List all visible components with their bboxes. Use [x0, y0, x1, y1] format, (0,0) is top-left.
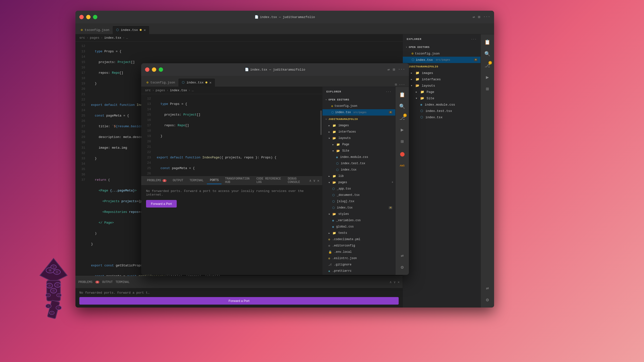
git-icon[interactable]: ⎇ 1: [482, 60, 493, 71]
panel-tab-debug[interactable]: DEBUG CONSOLE: [285, 177, 308, 184]
outline-header[interactable]: ▸ OUTLINE: [322, 275, 395, 275]
panel-tab-coderef[interactable]: CODE REFERENCE LOG: [253, 177, 284, 184]
folder-pages-2[interactable]: ▾ 📂 pages +: [322, 179, 395, 186]
search-icon-2[interactable]: 🔍: [397, 101, 408, 112]
panel-close-1[interactable]: ✕: [398, 280, 400, 284]
extensions-icon[interactable]: ⊞: [482, 83, 493, 94]
file-editorconfig[interactable]: ⚙ .editorconfig: [322, 243, 395, 249]
settings-icon-2[interactable]: ⚙: [397, 262, 408, 273]
file-index-pages[interactable]: ⬡ index.tsx M: [322, 205, 395, 211]
file-gitignore[interactable]: ⎇ .gitignore: [322, 262, 395, 268]
panel-icon-2[interactable]: ∨: [394, 280, 396, 284]
explorer-icon[interactable]: 📋: [482, 37, 493, 47]
git-icon-3[interactable]: ⎇ 1: [397, 113, 408, 123]
explorer-icon-2[interactable]: 📋: [397, 89, 408, 100]
folder-images-2[interactable]: ▸ 📁 images: [322, 122, 395, 129]
maximize-button-2[interactable]: [159, 67, 163, 72]
tab-index-1[interactable]: ⬡ index.tsx ✕: [113, 25, 149, 34]
more-tabs-icon[interactable]: ···: [399, 83, 405, 87]
search-icon[interactable]: 🔍: [482, 48, 493, 59]
open-file-index-2[interactable]: ⬡ index.tsx src/pages M: [322, 109, 395, 116]
panel-chevron-down[interactable]: ∨: [313, 179, 315, 183]
aws-icon[interactable]: AWS: [397, 160, 408, 171]
file-indextest-1[interactable]: ⬡ index.test.tsx: [403, 108, 480, 114]
project-header-1[interactable]: ▾ JUDITKARAMAZFOLIO: [403, 63, 480, 70]
split-editor-icon[interactable]: ⊟: [395, 82, 397, 87]
remote-icon[interactable]: ⇌: [482, 283, 493, 293]
open-file-index-1[interactable]: ⬡ index.tsx src/pages M: [403, 57, 480, 63]
file-prettierrc[interactable]: ◈ .prettierrc: [322, 268, 395, 274]
folder-images-1[interactable]: ▸ 📁 images: [403, 70, 480, 76]
scrollbar-track[interactable]: [319, 94, 322, 176]
open-editors-header-2[interactable]: ▾ OPEN EDITORS: [322, 97, 395, 103]
folder-page-2[interactable]: ▸ 📁 Page: [322, 141, 395, 148]
folder-interfaces-2[interactable]: ▸ 📁 interfaces: [322, 129, 395, 135]
tab-tsconfig-2[interactable]: ⚙ tsconfig.json: [143, 78, 178, 87]
close-button[interactable]: [79, 15, 84, 19]
run-icon[interactable]: ▶: [482, 72, 493, 82]
extensions-icon-2[interactable]: ⊞: [397, 136, 408, 147]
folder-site-1[interactable]: ▾ 📂 Site: [403, 95, 480, 101]
tab-index-2[interactable]: ⬡ index.tsx ✕: [178, 78, 215, 87]
folder-interfaces-1[interactable]: ▸ 📁 interfaces: [403, 76, 480, 82]
folder-site-2[interactable]: ▾ 📂 Site: [322, 148, 395, 154]
panel-tab-ports[interactable]: PORTS: [207, 177, 222, 184]
panel-icon-1[interactable]: ∧: [390, 280, 392, 284]
scrollbar-thumb[interactable]: [320, 110, 322, 135]
forward-port-button-2[interactable]: Forward a Port: [146, 200, 177, 208]
minimize-button-2[interactable]: [152, 67, 156, 72]
open-file-tsconfig-1[interactable]: ⚙ tsconfig.json: [403, 50, 480, 57]
panel-tab-transformation[interactable]: TRANSFORMATION HUB: [222, 177, 253, 184]
file-variables[interactable]: ◉ _variables.css: [322, 217, 395, 224]
file-indexmodule-1[interactable]: ◉ index.module.css: [403, 101, 480, 108]
folder-page-1[interactable]: ▸ 📁 Page: [403, 89, 480, 95]
code-editor-2[interactable]: 1213141516 1718192021 2223242526 2728293…: [141, 94, 322, 176]
file-app[interactable]: ⬡ _app.tsx: [322, 186, 395, 192]
folder-new-icon[interactable]: +: [392, 181, 393, 184]
file-codeclimate[interactable]: ⚙ .codeclimate.yml: [322, 236, 395, 243]
tab-close-1[interactable]: ✕: [144, 28, 146, 32]
settings-icon[interactable]: ⚙: [482, 294, 493, 305]
remote-icon[interactable]: ⇌: [473, 14, 475, 19]
file-slug[interactable]: ⬡ [slug].tsx: [322, 198, 395, 205]
remote-icon-3[interactable]: ⇌: [397, 250, 408, 261]
file-document[interactable]: ⬡ _document.tsx: [322, 192, 395, 198]
close-button-2[interactable]: [145, 67, 150, 72]
file-index-2[interactable]: ⬡ index.tsx: [322, 167, 395, 173]
folder-styles[interactable]: ▾ 📂 styles: [322, 211, 395, 217]
panel-tab-terminal[interactable]: TERMINAL: [187, 177, 207, 184]
sidebar-more-1[interactable]: ···: [471, 38, 476, 41]
panel-close-2[interactable]: ✕: [318, 179, 319, 183]
remote-icon-2[interactable]: ⇌: [388, 67, 390, 72]
folder-layouts-1[interactable]: ▾ 📂 layouts: [403, 82, 480, 89]
panel-tab-problems[interactable]: PROBLEMS 1: [144, 177, 170, 184]
window-title-1: 📄 index.tsx — juditkaramazfolio: [254, 15, 315, 19]
panel-tab-output[interactable]: OUTPUT: [170, 177, 186, 184]
panel-chevron-up[interactable]: ∧: [309, 179, 311, 183]
file-eslintrc[interactable]: ⚙ .eslintrc.json: [322, 255, 395, 262]
run-icon-2[interactable]: ▶: [397, 124, 408, 135]
file-index-1[interactable]: ⬡ index.tsx: [403, 114, 480, 120]
file-envlocal[interactable]: 🔒 .env.local: [322, 249, 395, 255]
sidebar-more-2[interactable]: ···: [386, 90, 391, 93]
folder-tests[interactable]: ▸ 📁 tests: [322, 230, 395, 236]
project-header-2[interactable]: ▾ JUDITKARAMAZFOLIO: [322, 116, 395, 122]
red-circle-icon[interactable]: ⬤: [397, 149, 408, 159]
folder-lib-2[interactable]: ▸ 📁 lib: [322, 173, 395, 179]
folder-layouts-2[interactable]: ▾ 📂 layouts: [322, 135, 395, 141]
open-file-tsconfig-2[interactable]: ⚙ tsconfig.json: [322, 103, 395, 109]
forward-port-button-1[interactable]: Forward a Port: [79, 297, 399, 305]
tab-tsconfig-1[interactable]: ⚙ tsconfig.json: [78, 25, 113, 34]
file-indextest-2[interactable]: ⬡ index.test.tsx: [322, 160, 395, 167]
minimize-button[interactable]: [86, 15, 90, 19]
layout-icon-2[interactable]: ⊞: [393, 67, 395, 72]
open-editors-header-1[interactable]: ▾ OPEN EDITORS: [403, 44, 480, 50]
maximize-button[interactable]: [93, 15, 97, 19]
folder-arrow: ▸: [328, 130, 330, 134]
file-indexmodule-2[interactable]: ◉ index.module.css: [322, 154, 395, 160]
tab-close-2[interactable]: ✕: [209, 80, 211, 85]
more-icon-2[interactable]: ···: [398, 67, 405, 72]
file-global[interactable]: ◉ global.css: [322, 224, 395, 230]
more-icon[interactable]: ···: [483, 14, 490, 19]
layout-icon[interactable]: ⊞: [478, 14, 480, 19]
